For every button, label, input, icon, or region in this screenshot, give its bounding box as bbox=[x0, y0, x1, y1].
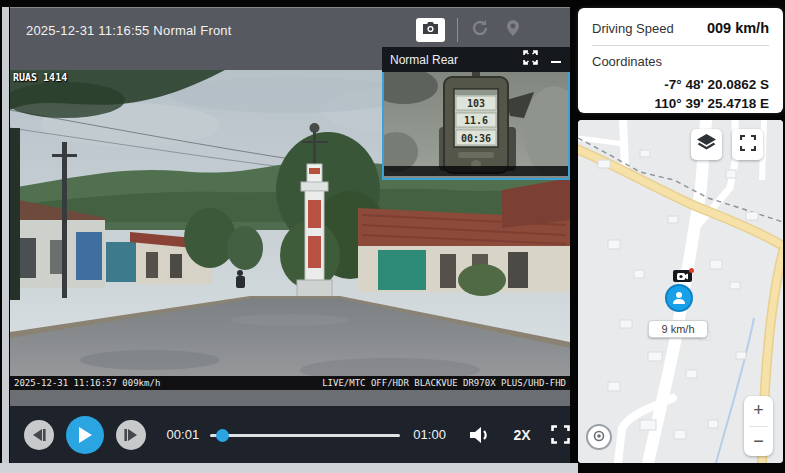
marker-speed-label: 9 km/h bbox=[648, 320, 708, 338]
volume-button[interactable] bbox=[470, 426, 491, 444]
playback-speed-button[interactable]: 2X bbox=[513, 427, 530, 443]
camera-badge bbox=[673, 270, 692, 282]
camera-icon bbox=[422, 21, 439, 39]
info-divider bbox=[592, 45, 769, 46]
rear-camera-pip[interactable]: Normal Rear bbox=[382, 47, 570, 180]
svg-text:11.6: 11.6 bbox=[464, 115, 488, 126]
seek-thumb[interactable] bbox=[216, 429, 229, 442]
pip-title: Normal Rear bbox=[390, 53, 523, 67]
latitude-value: -7° 48' 20.0862 S bbox=[592, 75, 769, 94]
map-pin-icon[interactable] bbox=[504, 19, 522, 41]
next-frame-button[interactable] bbox=[116, 420, 146, 450]
zoom-in-button[interactable]: + bbox=[744, 396, 773, 426]
video-title: 2025-12-31 11:16:55 Normal Front bbox=[26, 23, 232, 38]
previous-frame-button[interactable] bbox=[24, 420, 54, 450]
zoom-out-button[interactable]: − bbox=[744, 427, 773, 457]
svg-text:00:36: 00:36 bbox=[461, 133, 491, 144]
titlebar-divider bbox=[457, 18, 458, 42]
rear-camera-video[interactable]: 103 11.6 00:36 bbox=[382, 72, 570, 180]
current-time: 00:01 bbox=[167, 427, 200, 442]
seek-track[interactable] bbox=[210, 434, 400, 437]
playback-controls: 00:01 01:00 2X bbox=[10, 406, 570, 463]
video-player: 2025-12-31 11:16:55 Normal Front bbox=[10, 7, 570, 463]
model-stamp: LIVE/MTC OFF/HDR BLACKVUE DR970X PLUS/UH… bbox=[322, 378, 566, 388]
expand-icon[interactable] bbox=[523, 50, 538, 69]
timestamp-stamp: 2025-12-31 11:16:57 009km/h bbox=[14, 378, 160, 388]
longitude-value: 110° 39' 25.4718 E bbox=[592, 94, 769, 113]
snapshot-button[interactable] bbox=[416, 18, 445, 42]
pegman-pin-icon bbox=[593, 428, 605, 446]
window-edge-left bbox=[2, 7, 9, 473]
rotate-camera-icon[interactable] bbox=[470, 19, 490, 41]
layers-icon bbox=[697, 134, 716, 156]
route-stamp: RUAS 1414 bbox=[13, 72, 67, 83]
map-fullscreen-icon bbox=[740, 135, 756, 155]
map-panel[interactable]: 9 km/h + − bbox=[578, 120, 783, 463]
svg-text:103: 103 bbox=[467, 98, 485, 109]
street-view-button[interactable] bbox=[586, 424, 612, 450]
video-stamp-bar: 2025-12-31 11:16:57 009km/h LIVE/MTC OFF… bbox=[10, 376, 570, 390]
map-layers-button[interactable] bbox=[691, 129, 722, 160]
pip-header: Normal Rear bbox=[382, 47, 570, 72]
seek-slider[interactable] bbox=[210, 428, 400, 442]
recording-dot bbox=[689, 268, 694, 273]
gps-device-scene: 103 11.6 00:36 bbox=[384, 72, 568, 176]
location-marker-icon bbox=[665, 284, 693, 312]
coordinates-label: Coordinates bbox=[592, 54, 769, 69]
map-fullscreen-button[interactable] bbox=[732, 129, 763, 160]
drive-info-card: Driving Speed 009 km/h Coordinates -7° 4… bbox=[578, 8, 783, 113]
fullscreen-button[interactable] bbox=[551, 425, 570, 444]
driving-speed-label: Driving Speed bbox=[592, 21, 674, 36]
total-time: 01:00 bbox=[413, 427, 446, 442]
blackvue-viewer-window: 2025-12-31 11:16:55 Normal Front bbox=[0, 0, 785, 473]
play-button[interactable] bbox=[66, 416, 104, 454]
map-zoom-control: + − bbox=[744, 396, 773, 456]
vehicle-marker[interactable] bbox=[664, 270, 694, 316]
driving-speed-value: 009 km/h bbox=[707, 20, 769, 36]
minimize-icon[interactable] bbox=[550, 51, 562, 69]
window-edge-bottom bbox=[0, 463, 578, 473]
